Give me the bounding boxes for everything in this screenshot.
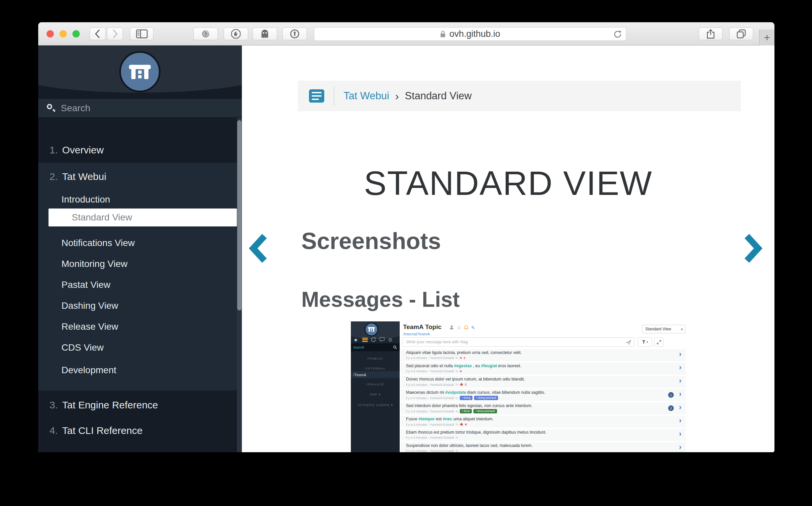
stop-hand-icon [231,29,241,39]
expand-button[interactable] [654,337,663,347]
message-row[interactable]: Donec rhoncus dolor vel ipsum rutrum, at… [401,376,686,388]
message-row[interactable]: Suspendisse non dolor ultricies, laoreet… [401,442,686,452]
label-pill[interactable]: • doing [460,396,472,400]
hashtag: #tempor [419,417,435,421]
topic-filter-value: teamA [354,345,364,349]
send-icon[interactable] [626,340,631,346]
extension-keyhole-button[interactable] [282,27,307,40]
settings-icon[interactable]: ⚙ [388,337,392,343]
open-message-chevron[interactable]: › [679,430,681,438]
message-row[interactable]: Fusce #tempor est #nec urna aliquet inte… [401,416,686,428]
sidebar-toggle-button[interactable] [130,27,153,40]
new-tab-button[interactable]: + [759,29,774,46]
channel-item--others-users[interactable]: /OTHERS USERS ▾ [351,403,400,407]
address-bar[interactable]: ovh.github.io [314,27,626,41]
link-icon[interactable]: % [455,423,458,426]
sidebar-item-notifications-view[interactable]: Notifications View [38,234,237,252]
channel-item--public[interactable]: /PUBLIC [351,357,400,360]
messages-icon[interactable] [379,337,385,343]
open-message-chevron[interactable]: › [679,363,681,372]
sidebar-item-label: Tat Webui [62,171,106,182]
message-row[interactable]: Aliquam vitae ligula lacinia, pretium ur… [401,349,686,361]
link-icon[interactable]: % [455,436,458,439]
previous-page-arrow[interactable] [249,233,268,263]
message-meta: il y a 5 minutes - Yvonnick Esnault%• do… [406,396,498,400]
tab-overview-button[interactable] [729,27,753,40]
bell-icon[interactable] [464,325,468,331]
sidebar-item-cds-view[interactable]: CDS View [38,338,237,357]
message-text: Suspendisse non dolor ultricies, laoreet… [406,443,533,448]
link-icon[interactable]: % [455,397,458,400]
favorites-icon[interactable]: ★ [354,337,358,343]
message-filter-button[interactable]: ▾ [638,337,652,347]
keyhole-icon [290,29,300,39]
reload-button[interactable] [613,30,622,40]
topic-path[interactable]: /Internal/TeamA [403,332,430,336]
channel-item--dm[interactable]: /DM ▾ [351,393,400,396]
sidebar-item-tat-cli-reference[interactable]: 4.Tat CLI Reference [38,421,237,440]
list-view-icon[interactable] [362,337,368,342]
open-message-chevron[interactable]: › [679,390,681,399]
sidebar-search[interactable]: Search [38,99,242,117]
sidebar-item-standard-view[interactable]: Standard View [49,208,237,227]
sidebar-item-introduction[interactable]: Introduction [38,190,237,209]
sidebar-item-release-view[interactable]: Release View [38,317,237,336]
message-row[interactable]: Etiam rhoncus est pretium tortor tristiq… [401,429,686,441]
zoom-window-button[interactable] [72,30,80,37]
sidebar-item-pastat-view[interactable]: Pastat View [38,275,237,294]
url-text: ovh.github.io [449,29,500,39]
sidebar-item-development[interactable]: Development [38,361,237,380]
open-message-chevron[interactable]: › [679,403,681,412]
extension-ghost-button[interactable] [252,27,277,40]
compose-message-input[interactable]: Write your message here with #tag [402,337,634,347]
sidebar-item-label: Dashing View [62,301,118,311]
minimize-window-button[interactable] [60,30,67,37]
sidebar-item-overview[interactable]: 1.Overview [38,141,237,159]
message-row[interactable]: Sed placerat odio et nulla #egestas , eu… [401,362,686,374]
channel-item--teama[interactable]: /TeamA [351,371,400,378]
message-row[interactable]: Maecenas dictum mi #vulputate diam cursu… [401,389,686,401]
back-button[interactable] [90,27,106,40]
heart-icon[interactable]: ♥ [460,356,462,359]
extension-stop-button[interactable] [224,27,248,40]
channel-item--private[interactable]: /PRIVATE [351,383,400,386]
label-pill[interactable]: • done:yesnault [473,409,497,413]
label-pill[interactable]: • doing:yesnault [474,396,498,400]
sidebar-item-dashing-view[interactable]: Dashing View [38,297,237,315]
forward-button[interactable] [107,27,123,40]
open-message-chevron[interactable]: › [679,376,681,385]
sidebar-item-monitoring-view[interactable]: Monitoring View [38,255,237,273]
message-meta: il y a 5 minutes - Yvonnick Esnault%♥ [406,369,462,373]
topic-title: TeamA Topic [403,323,442,331]
message-row[interactable]: Sed interdum dolor pharetra felis egesta… [401,402,686,414]
open-message-chevron[interactable]: › [679,350,681,358]
message-text: Sed placerat odio et nulla #egestas , eu… [406,363,521,368]
topic-filter-input[interactable]: teamA [351,343,400,351]
share-button[interactable] [699,27,723,40]
history-icon[interactable] [371,337,376,343]
next-page-arrow[interactable] [743,233,762,263]
heart-icon[interactable]: ♥ [460,369,462,373]
open-message-chevron[interactable]: › [679,443,681,451]
channel-item--internal[interactable]: /INTERNAL [351,366,400,370]
link-icon[interactable]: % [455,356,458,359]
link-icon[interactable]: % [455,410,458,413]
doc-list-icon[interactable] [309,89,324,103]
heart-icon[interactable]: ♥ [465,423,467,426]
close-window-button[interactable] [47,30,54,37]
tat-logo[interactable] [119,51,160,92]
sidebar-scrollbar-thumb[interactable] [237,120,241,311]
sidebar-item-tat-webui[interactable]: 2.Tat Webui [38,167,237,186]
user-icon[interactable] [449,325,454,331]
open-message-chevron[interactable]: › [679,416,681,425]
sidebar-item-tat-engine-reference[interactable]: 3.Tat Engine Reference [38,396,237,414]
view-selector-dropdown[interactable]: Standard View ▾ [642,325,685,333]
link-icon[interactable]: % [455,449,458,452]
edit-pencil-icon[interactable]: ✎ [471,325,475,330]
breadcrumb-section-link[interactable]: Tat Webui [344,90,389,102]
star-outline-icon[interactable]: ☆ [457,325,461,330]
link-icon[interactable]: % [455,369,458,373]
link-icon[interactable]: % [455,383,458,386]
label-pill[interactable]: • done [460,409,472,413]
extension-help-button[interactable]: ? [193,27,218,40]
